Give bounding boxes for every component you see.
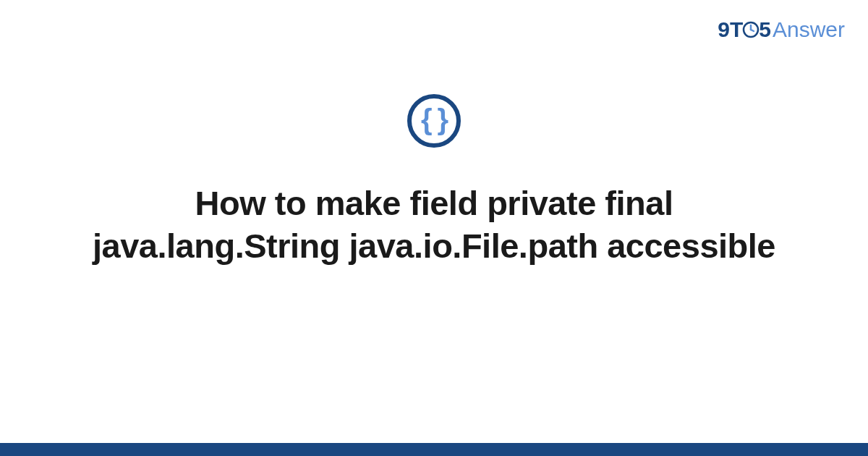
page-title: How to make field private final java.lan…: [87, 182, 781, 268]
main-content: { } How to make field private final java…: [0, 94, 868, 268]
footer-accent-bar: [0, 443, 868, 456]
logo-text-answer: Answer: [773, 17, 845, 42]
clock-icon: [742, 21, 760, 38]
site-logo: 9 T 5 Answer: [718, 17, 845, 42]
logo-text-nine: 9: [718, 17, 730, 42]
code-braces-icon: { }: [407, 94, 461, 148]
logo-text-five: 5: [759, 17, 771, 42]
svg-line-2: [751, 30, 754, 31]
braces-glyph: { }: [421, 105, 447, 134]
logo-text-t: T: [730, 17, 743, 42]
